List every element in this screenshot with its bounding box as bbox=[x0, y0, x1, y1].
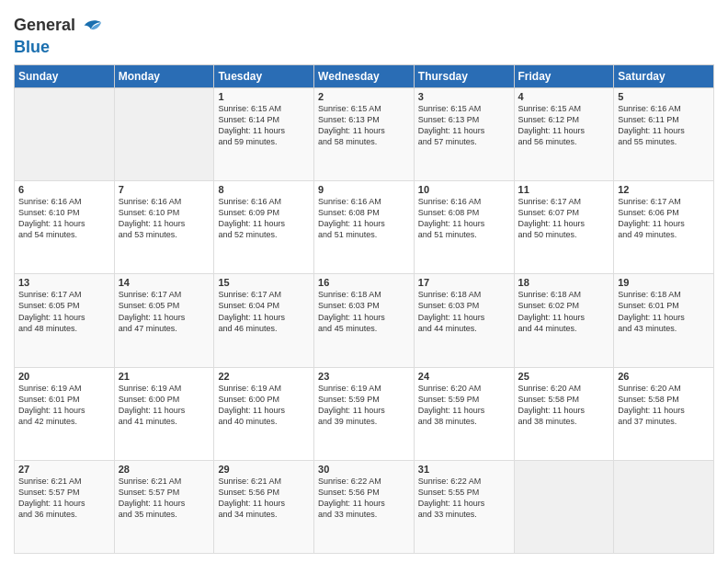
day-number: 31 bbox=[418, 464, 510, 475]
day-info: Sunrise: 6:19 AM Sunset: 6:01 PM Dayligh… bbox=[18, 383, 110, 428]
calendar-cell: 15Sunrise: 6:17 AM Sunset: 6:04 PM Dayli… bbox=[214, 274, 314, 367]
calendar-cell: 21Sunrise: 6:19 AM Sunset: 6:00 PM Dayli… bbox=[114, 367, 214, 460]
day-number: 26 bbox=[618, 371, 710, 382]
day-number: 11 bbox=[518, 184, 610, 195]
day-number: 2 bbox=[318, 91, 410, 102]
calendar-cell: 14Sunrise: 6:17 AM Sunset: 6:05 PM Dayli… bbox=[114, 274, 214, 367]
day-number: 8 bbox=[218, 184, 310, 195]
calendar-cell bbox=[614, 460, 714, 553]
day-info: Sunrise: 6:16 AM Sunset: 6:11 PM Dayligh… bbox=[618, 103, 710, 148]
day-header-tuesday: Tuesday bbox=[214, 64, 314, 87]
day-info: Sunrise: 6:16 AM Sunset: 6:08 PM Dayligh… bbox=[418, 196, 510, 241]
calendar-cell: 30Sunrise: 6:22 AM Sunset: 5:56 PM Dayli… bbox=[314, 460, 415, 553]
calendar-week-row: 6Sunrise: 6:16 AM Sunset: 6:10 PM Daylig… bbox=[15, 181, 714, 274]
day-header-saturday: Saturday bbox=[614, 64, 714, 87]
calendar-cell: 23Sunrise: 6:19 AM Sunset: 5:59 PM Dayli… bbox=[314, 367, 415, 460]
day-number: 12 bbox=[618, 184, 710, 195]
day-info: Sunrise: 6:20 AM Sunset: 5:58 PM Dayligh… bbox=[518, 383, 610, 428]
calendar-cell: 26Sunrise: 6:20 AM Sunset: 5:58 PM Dayli… bbox=[614, 367, 714, 460]
calendar-cell: 3Sunrise: 6:15 AM Sunset: 6:13 PM Daylig… bbox=[414, 87, 514, 180]
header: General Blue bbox=[14, 9, 714, 57]
day-number: 13 bbox=[18, 277, 110, 288]
day-info: Sunrise: 6:17 AM Sunset: 6:06 PM Dayligh… bbox=[618, 196, 710, 241]
day-number: 16 bbox=[318, 277, 410, 288]
calendar-week-row: 1Sunrise: 6:15 AM Sunset: 6:14 PM Daylig… bbox=[15, 87, 714, 180]
day-info: Sunrise: 6:19 AM Sunset: 6:00 PM Dayligh… bbox=[119, 383, 210, 428]
day-info: Sunrise: 6:17 AM Sunset: 6:05 PM Dayligh… bbox=[119, 289, 210, 334]
day-number: 17 bbox=[418, 277, 510, 288]
calendar-cell: 19Sunrise: 6:18 AM Sunset: 6:01 PM Dayli… bbox=[614, 274, 714, 367]
calendar-cell: 4Sunrise: 6:15 AM Sunset: 6:12 PM Daylig… bbox=[514, 87, 614, 180]
day-info: Sunrise: 6:15 AM Sunset: 6:13 PM Dayligh… bbox=[418, 103, 510, 148]
day-number: 21 bbox=[119, 371, 210, 382]
day-info: Sunrise: 6:22 AM Sunset: 5:56 PM Dayligh… bbox=[318, 476, 410, 521]
calendar-cell bbox=[15, 87, 115, 180]
calendar-header-row: SundayMondayTuesdayWednesdayThursdayFrid… bbox=[15, 64, 714, 87]
calendar-cell: 20Sunrise: 6:19 AM Sunset: 6:01 PM Dayli… bbox=[15, 367, 115, 460]
day-number: 7 bbox=[119, 184, 210, 195]
calendar-cell: 1Sunrise: 6:15 AM Sunset: 6:14 PM Daylig… bbox=[214, 87, 314, 180]
day-info: Sunrise: 6:18 AM Sunset: 6:03 PM Dayligh… bbox=[318, 289, 410, 334]
day-info: Sunrise: 6:16 AM Sunset: 6:10 PM Dayligh… bbox=[18, 196, 110, 241]
day-number: 29 bbox=[218, 464, 310, 475]
day-number: 25 bbox=[518, 371, 610, 382]
calendar-week-row: 20Sunrise: 6:19 AM Sunset: 6:01 PM Dayli… bbox=[15, 367, 714, 460]
logo-text-general: General bbox=[14, 17, 75, 35]
day-number: 30 bbox=[318, 464, 410, 475]
calendar-cell: 22Sunrise: 6:19 AM Sunset: 6:00 PM Dayli… bbox=[214, 367, 314, 460]
day-number: 24 bbox=[418, 371, 510, 382]
day-number: 19 bbox=[618, 277, 710, 288]
calendar-cell: 28Sunrise: 6:21 AM Sunset: 5:57 PM Dayli… bbox=[114, 460, 214, 553]
day-header-sunday: Sunday bbox=[15, 64, 115, 87]
day-info: Sunrise: 6:20 AM Sunset: 5:59 PM Dayligh… bbox=[418, 383, 510, 428]
day-number: 20 bbox=[18, 371, 110, 382]
day-info: Sunrise: 6:19 AM Sunset: 6:00 PM Dayligh… bbox=[218, 383, 310, 428]
logo: General Blue bbox=[14, 13, 103, 57]
logo-bird-icon bbox=[77, 13, 103, 39]
calendar-week-row: 27Sunrise: 6:21 AM Sunset: 5:57 PM Dayli… bbox=[15, 460, 714, 553]
day-number: 10 bbox=[418, 184, 510, 195]
calendar-cell: 17Sunrise: 6:18 AM Sunset: 6:03 PM Dayli… bbox=[414, 274, 514, 367]
calendar-cell: 29Sunrise: 6:21 AM Sunset: 5:56 PM Dayli… bbox=[214, 460, 314, 553]
day-info: Sunrise: 6:19 AM Sunset: 5:59 PM Dayligh… bbox=[318, 383, 410, 428]
day-info: Sunrise: 6:17 AM Sunset: 6:04 PM Dayligh… bbox=[218, 289, 310, 334]
day-info: Sunrise: 6:22 AM Sunset: 5:55 PM Dayligh… bbox=[418, 476, 510, 521]
logo-text-blue: Blue bbox=[14, 38, 50, 56]
calendar-cell: 11Sunrise: 6:17 AM Sunset: 6:07 PM Dayli… bbox=[514, 181, 614, 274]
calendar-cell: 7Sunrise: 6:16 AM Sunset: 6:10 PM Daylig… bbox=[114, 181, 214, 274]
day-info: Sunrise: 6:18 AM Sunset: 6:03 PM Dayligh… bbox=[418, 289, 510, 334]
day-info: Sunrise: 6:21 AM Sunset: 5:57 PM Dayligh… bbox=[18, 476, 110, 521]
day-number: 3 bbox=[418, 91, 510, 102]
day-info: Sunrise: 6:21 AM Sunset: 5:57 PM Dayligh… bbox=[119, 476, 210, 521]
day-info: Sunrise: 6:18 AM Sunset: 6:01 PM Dayligh… bbox=[618, 289, 710, 334]
day-info: Sunrise: 6:15 AM Sunset: 6:12 PM Dayligh… bbox=[518, 103, 610, 148]
day-header-friday: Friday bbox=[514, 64, 614, 87]
calendar-cell: 5Sunrise: 6:16 AM Sunset: 6:11 PM Daylig… bbox=[614, 87, 714, 180]
calendar-cell: 12Sunrise: 6:17 AM Sunset: 6:06 PM Dayli… bbox=[614, 181, 714, 274]
day-number: 1 bbox=[218, 91, 310, 102]
calendar-cell: 18Sunrise: 6:18 AM Sunset: 6:02 PM Dayli… bbox=[514, 274, 614, 367]
day-info: Sunrise: 6:17 AM Sunset: 6:05 PM Dayligh… bbox=[18, 289, 110, 334]
calendar-cell: 16Sunrise: 6:18 AM Sunset: 6:03 PM Dayli… bbox=[314, 274, 415, 367]
day-info: Sunrise: 6:17 AM Sunset: 6:07 PM Dayligh… bbox=[518, 196, 610, 241]
day-number: 27 bbox=[18, 464, 110, 475]
calendar-cell: 27Sunrise: 6:21 AM Sunset: 5:57 PM Dayli… bbox=[15, 460, 115, 553]
day-header-wednesday: Wednesday bbox=[314, 64, 415, 87]
day-info: Sunrise: 6:21 AM Sunset: 5:56 PM Dayligh… bbox=[218, 476, 310, 521]
day-info: Sunrise: 6:18 AM Sunset: 6:02 PM Dayligh… bbox=[518, 289, 610, 334]
calendar-cell: 31Sunrise: 6:22 AM Sunset: 5:55 PM Dayli… bbox=[414, 460, 514, 553]
day-number: 18 bbox=[518, 277, 610, 288]
day-number: 4 bbox=[518, 91, 610, 102]
day-info: Sunrise: 6:15 AM Sunset: 6:13 PM Dayligh… bbox=[318, 103, 410, 148]
day-number: 23 bbox=[318, 371, 410, 382]
day-number: 5 bbox=[618, 91, 710, 102]
day-header-thursday: Thursday bbox=[414, 64, 514, 87]
calendar-cell bbox=[514, 460, 614, 553]
calendar-cell: 25Sunrise: 6:20 AM Sunset: 5:58 PM Dayli… bbox=[514, 367, 614, 460]
day-number: 28 bbox=[119, 464, 210, 475]
calendar-cell: 8Sunrise: 6:16 AM Sunset: 6:09 PM Daylig… bbox=[214, 181, 314, 274]
day-info: Sunrise: 6:20 AM Sunset: 5:58 PM Dayligh… bbox=[618, 383, 710, 428]
day-number: 22 bbox=[218, 371, 310, 382]
calendar-week-row: 13Sunrise: 6:17 AM Sunset: 6:05 PM Dayli… bbox=[15, 274, 714, 367]
calendar-cell: 2Sunrise: 6:15 AM Sunset: 6:13 PM Daylig… bbox=[314, 87, 415, 180]
